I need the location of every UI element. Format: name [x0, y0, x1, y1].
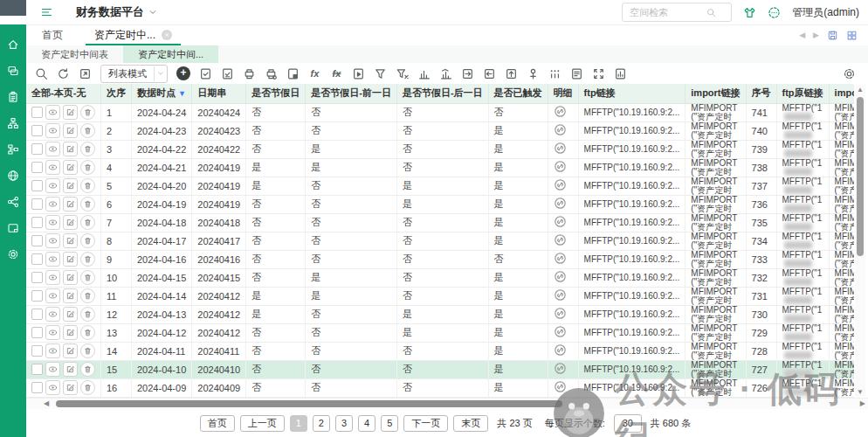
column-header-holiday[interactable]: 是否节假日 [246, 84, 306, 103]
delete-row-button[interactable] [80, 123, 95, 138]
column-header-detail[interactable]: 明细 [548, 84, 578, 103]
delete-row-button[interactable] [80, 270, 95, 285]
scroll-left-icon[interactable]: ◀ [44, 399, 49, 407]
page-number-button-2[interactable]: 2 [313, 415, 330, 432]
row-checkbox[interactable] [31, 217, 43, 228]
column-header-order[interactable]: 序号 [746, 84, 776, 103]
vertical-scroll-thumb[interactable] [857, 97, 864, 256]
toolbar-doc-scan-icon[interactable] [570, 67, 583, 80]
detail-link-icon[interactable] [554, 142, 567, 155]
scroll-down-icon[interactable]: ▼ [855, 388, 865, 396]
detail-link-icon[interactable] [554, 105, 567, 118]
edit-row-button[interactable] [63, 123, 78, 138]
toolbar-filter-clear-icon[interactable] [396, 67, 409, 80]
edit-row-button[interactable] [63, 307, 78, 322]
sidebar-item-settings[interactable] [0, 241, 26, 267]
view-row-button[interactable] [45, 178, 60, 193]
toolbar-box-out-icon[interactable] [461, 67, 474, 80]
column-header-seq[interactable]: 次序 [101, 84, 132, 103]
view-row-button[interactable] [45, 160, 60, 175]
edit-row-button[interactable] [63, 362, 78, 377]
edit-row-button[interactable] [63, 215, 78, 230]
page-number-button-4[interactable]: 4 [358, 415, 375, 432]
sidebar-item-screens[interactable] [0, 58, 26, 84]
row-checkbox[interactable] [31, 180, 43, 191]
page-number-button-5[interactable]: 5 [381, 415, 398, 432]
delete-row-button[interactable] [80, 142, 95, 156]
first-page-button[interactable]: 首页 [200, 415, 235, 432]
delete-row-button[interactable] [80, 288, 95, 303]
page-number-button-3[interactable]: 3 [335, 415, 353, 432]
sidebar-item-share[interactable] [0, 189, 26, 215]
row-checkbox[interactable] [31, 345, 43, 357]
view-row-button[interactable] [45, 307, 60, 322]
view-row-button[interactable] [45, 215, 60, 230]
detail-link-icon[interactable] [554, 215, 567, 228]
page-number-button-1[interactable]: 1 [290, 415, 307, 432]
row-checkbox[interactable] [31, 235, 43, 246]
tab-asset-timed[interactable]: 资产定时中... × [79, 24, 188, 45]
detail-link-icon[interactable] [554, 288, 567, 302]
column-header-ftp_orig[interactable]: ftp原链接 [776, 84, 829, 103]
delete-row-button[interactable] [80, 343, 95, 358]
tab-scroll-left-icon[interactable]: ◀ [799, 31, 805, 39]
delete-row-button[interactable] [80, 362, 95, 377]
toolbar-doc-chart-icon[interactable] [614, 67, 627, 80]
search-input[interactable] [628, 6, 706, 18]
save-layout-icon[interactable] [827, 30, 838, 41]
sort-desc-icon[interactable]: ▼ [178, 89, 186, 98]
view-row-button[interactable] [45, 197, 60, 212]
edit-row-button[interactable] [63, 233, 78, 248]
view-row-button[interactable] [45, 142, 60, 156]
sidebar-item-card[interactable] [0, 215, 26, 241]
row-checkbox[interactable] [31, 125, 43, 136]
last-page-button[interactable]: 末页 [453, 415, 488, 432]
detail-link-icon[interactable] [554, 380, 567, 393]
row-checkbox[interactable] [31, 290, 43, 302]
toolbar-fx-clear-icon[interactable]: fx [330, 68, 343, 79]
edit-row-button[interactable] [63, 270, 78, 285]
subtab-asset-table[interactable]: 资产定时中间表 [26, 45, 123, 63]
delete-row-button[interactable] [80, 307, 95, 322]
delete-row-button[interactable] [80, 197, 95, 212]
row-checkbox[interactable] [31, 382, 43, 393]
detail-link-icon[interactable] [554, 325, 567, 338]
view-row-button[interactable] [45, 252, 60, 267]
detail-link-icon[interactable] [554, 123, 567, 136]
edit-row-button[interactable] [63, 380, 78, 395]
detail-link-icon[interactable] [554, 178, 567, 191]
view-row-button[interactable] [45, 288, 60, 303]
delete-row-button[interactable] [80, 380, 95, 395]
row-checkbox[interactable] [31, 309, 43, 320]
edit-row-button[interactable] [63, 288, 78, 303]
column-header-actions[interactable]: 全部-本页-无 [26, 84, 101, 103]
toolbar-export-page-icon[interactable] [79, 67, 92, 80]
detail-link-icon[interactable] [554, 252, 567, 265]
view-mode-select[interactable]: 列表模式 [100, 65, 168, 83]
detail-link-icon[interactable] [554, 362, 567, 375]
view-row-button[interactable] [45, 380, 60, 395]
toolbar-print-gear-icon[interactable] [265, 67, 278, 80]
view-row-button[interactable] [45, 343, 60, 358]
column-header-datestr[interactable]: 日期串 [192, 84, 246, 103]
column-header-time[interactable]: 数据时点▼ [132, 84, 192, 103]
row-checkbox[interactable] [31, 253, 43, 265]
grid-view-icon[interactable] [846, 30, 858, 41]
view-row-button[interactable] [45, 105, 60, 120]
column-header-ftp_link[interactable]: ftp链接 [578, 84, 685, 103]
vertical-scrollbar[interactable]: ▲ ▼ [855, 85, 865, 397]
row-checkbox[interactable] [31, 198, 43, 210]
detail-link-icon[interactable] [554, 197, 567, 210]
row-checkbox[interactable] [31, 327, 43, 338]
column-header-import_orig[interactable]: import原链接 [829, 84, 854, 103]
view-row-button[interactable] [45, 270, 60, 285]
edit-row-button[interactable] [63, 252, 78, 267]
toolbar-doc-check-icon[interactable] [199, 67, 212, 80]
column-header-holiday_prev[interactable]: 是否节假日-前一日 [306, 84, 397, 103]
toolbar-box-up-icon[interactable] [505, 67, 518, 80]
horizontal-scrollbar[interactable]: ◀ ▶ [26, 398, 868, 410]
tab-home[interactable]: 首页 [26, 24, 79, 45]
sidebar-item-globe[interactable] [0, 163, 26, 189]
toolbar-filter-icon[interactable] [374, 67, 387, 80]
toolbar-doc-save-icon[interactable] [286, 67, 300, 80]
